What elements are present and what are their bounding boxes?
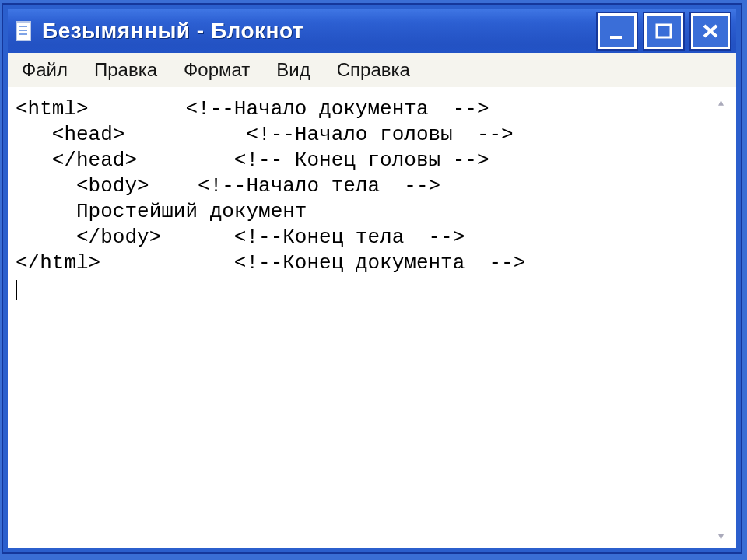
editor-content[interactable]: <html> <!--Начало документа --> <head> <… [16,96,705,540]
window-buttons [598,13,730,49]
menu-format[interactable]: Формат [179,56,254,84]
notepad-app-icon [14,19,34,43]
minimize-button[interactable] [598,13,637,49]
menu-file[interactable]: Файл [17,56,72,84]
menu-view[interactable]: Вид [272,56,314,84]
scroll-down-icon[interactable]: ▾ [710,529,731,543]
svg-rect-5 [657,25,671,37]
menu-edit[interactable]: Правка [89,56,162,84]
titlebar: Безымянный - Блокнот [8,9,736,53]
menubar: Файл Правка Формат Вид Справка [8,53,736,88]
notepad-window: Безымянный - Блокнот Файл Правка Формат … [3,5,741,552]
window-title: Безымянный - Блокнот [42,19,598,44]
close-button[interactable] [691,13,730,49]
scroll-up-icon[interactable]: ▴ [710,95,731,109]
maximize-button[interactable] [644,13,683,49]
editor-area[interactable]: ▴ <html> <!--Начало документа --> <head>… [8,87,736,548]
svg-rect-4 [610,36,622,39]
menu-help[interactable]: Справка [332,56,415,84]
text-caret [16,280,18,300]
